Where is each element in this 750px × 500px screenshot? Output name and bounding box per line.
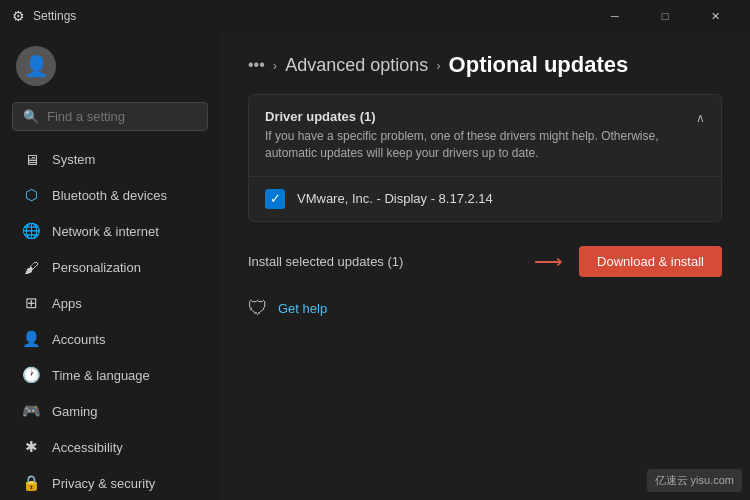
minimize-button[interactable]: ─	[592, 0, 638, 32]
user-profile[interactable]: 👤	[0, 36, 220, 102]
sidebar-item-accounts[interactable]: 👤 Accounts	[6, 322, 214, 356]
driver-desc: If you have a specific problem, one of t…	[265, 128, 684, 162]
main-layout: 👤 🔍 🖥 System ⬡ Bluetooth & devices 🌐 Net…	[0, 32, 750, 500]
driver-checkbox[interactable]: ✓	[265, 189, 285, 209]
sidebar-item-apps[interactable]: ⊞ Apps	[6, 286, 214, 320]
sidebar-item-personalization[interactable]: 🖌 Personalization	[6, 250, 214, 284]
arrow-icon: ⟶	[534, 249, 563, 273]
driver-title: Driver updates (1)	[265, 109, 684, 124]
privacy-icon: 🔒	[22, 474, 40, 492]
breadcrumb-sep-1: ›	[273, 58, 277, 73]
apps-icon: ⊞	[22, 294, 40, 312]
install-row: Install selected updates (1) ⟶ Download …	[248, 238, 722, 285]
bluetooth-icon: ⬡	[22, 186, 40, 204]
sidebar-item-gaming-label: Gaming	[52, 404, 98, 419]
breadcrumb: ••• › Advanced options › Optional update…	[220, 32, 750, 94]
driver-section: Driver updates (1) If you have a specifi…	[248, 94, 722, 222]
driver-name: VMware, Inc. - Display - 8.17.2.14	[297, 191, 493, 206]
driver-header-left: Driver updates (1) If you have a specifi…	[265, 109, 684, 162]
sidebar-item-network[interactable]: 🌐 Network & internet	[6, 214, 214, 248]
sidebar-item-accessibility-label: Accessibility	[52, 440, 123, 455]
sidebar-item-personalization-label: Personalization	[52, 260, 141, 275]
sidebar-item-system[interactable]: 🖥 System	[6, 142, 214, 176]
maximize-button[interactable]: □	[642, 0, 688, 32]
breadcrumb-dots[interactable]: •••	[248, 56, 265, 74]
avatar: 👤	[16, 46, 56, 86]
download-install-button[interactable]: Download & install	[579, 246, 722, 277]
install-label: Install selected updates (1)	[248, 254, 403, 269]
sidebar-item-system-label: System	[52, 152, 95, 167]
help-icon: 🛡	[248, 297, 268, 320]
collapse-icon[interactable]: ∧	[696, 111, 705, 125]
sidebar-item-gaming[interactable]: 🎮 Gaming	[6, 394, 214, 428]
gaming-icon: 🎮	[22, 402, 40, 420]
search-input[interactable]	[47, 109, 215, 124]
titlebar-title: Settings	[33, 9, 76, 23]
content: ••• › Advanced options › Optional update…	[220, 32, 750, 500]
sidebar: 👤 🔍 🖥 System ⬡ Bluetooth & devices 🌐 Net…	[0, 32, 220, 500]
system-icon: 🖥	[22, 150, 40, 168]
titlebar: ⚙ Settings ─ □ ✕	[0, 0, 750, 32]
sidebar-item-apps-label: Apps	[52, 296, 82, 311]
app-icon: ⚙	[12, 8, 25, 24]
sidebar-item-accounts-label: Accounts	[52, 332, 105, 347]
content-body: Driver updates (1) If you have a specifi…	[220, 94, 750, 500]
sidebar-item-bluetooth[interactable]: ⬡ Bluetooth & devices	[6, 178, 214, 212]
search-box[interactable]: 🔍	[12, 102, 208, 131]
breadcrumb-current: Optional updates	[449, 52, 629, 78]
accessibility-icon: ✱	[22, 438, 40, 456]
breadcrumb-sep-2: ›	[436, 58, 440, 73]
driver-item: ✓ VMware, Inc. - Display - 8.17.2.14	[249, 176, 721, 221]
checkmark-icon: ✓	[270, 191, 281, 206]
sidebar-item-bluetooth-label: Bluetooth & devices	[52, 188, 167, 203]
network-icon: 🌐	[22, 222, 40, 240]
get-help[interactable]: 🛡 Get help	[248, 285, 722, 332]
sidebar-item-network-label: Network & internet	[52, 224, 159, 239]
search-icon: 🔍	[23, 109, 39, 124]
sidebar-item-time-label: Time & language	[52, 368, 150, 383]
breadcrumb-parent[interactable]: Advanced options	[285, 55, 428, 76]
driver-header: Driver updates (1) If you have a specifi…	[249, 95, 721, 176]
titlebar-controls: ─ □ ✕	[592, 0, 738, 32]
sidebar-item-privacy[interactable]: 🔒 Privacy & security	[6, 466, 214, 500]
accounts-icon: 👤	[22, 330, 40, 348]
install-arrow-area: ⟶ Download & install	[534, 246, 722, 277]
sidebar-item-privacy-label: Privacy & security	[52, 476, 155, 491]
help-label: Get help	[278, 301, 327, 316]
close-button[interactable]: ✕	[692, 0, 738, 32]
time-icon: 🕐	[22, 366, 40, 384]
watermark: 亿速云 yisu.com	[647, 469, 742, 492]
sidebar-item-time[interactable]: 🕐 Time & language	[6, 358, 214, 392]
sidebar-item-accessibility[interactable]: ✱ Accessibility	[6, 430, 214, 464]
personalization-icon: 🖌	[22, 258, 40, 276]
